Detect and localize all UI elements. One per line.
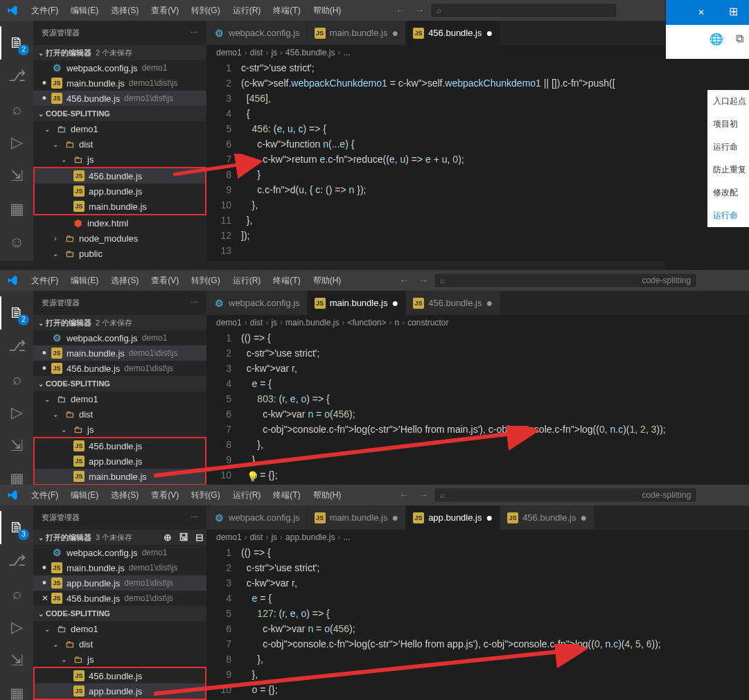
editor-tab[interactable]: ⚙webpack.config.js — [206, 291, 308, 315]
toc-item[interactable]: 运行命 — [707, 204, 749, 227]
open-editor-item[interactable]: •JS456.bundle.jsdemo1\dist\js — [33, 361, 206, 376]
editor-tab[interactable]: JS456.bundle.js● — [406, 291, 500, 315]
open-editor-item[interactable]: • JS 456.bundle.js demo1\dist\js — [33, 91, 206, 106]
new-file-icon[interactable]: ⊕ — [164, 532, 172, 543]
title-search[interactable]: ⌕code-splitting — [434, 273, 697, 288]
editor-tab[interactable]: JS456.bundle.js● — [406, 21, 500, 45]
menu-run[interactable]: 运行(R) — [227, 490, 267, 501]
menu-help[interactable]: 帮助(H) — [307, 5, 348, 17]
nav-forward-icon[interactable]: → — [415, 5, 425, 16]
file-row[interactable]: JSmain.bundle.js — [35, 469, 205, 484]
nav-forward-icon[interactable]: → — [418, 275, 428, 286]
breadcrumb[interactable]: demo1 › dist › js › main.bundle.js › <fu… — [206, 315, 749, 330]
folder-row[interactable]: ⌄🗀js — [33, 422, 206, 437]
open-editors-header[interactable]: ⌄ 打开的编辑器 2 个未保存 — [33, 45, 206, 60]
menu-edit[interactable]: 编辑(E) — [64, 275, 105, 287]
project-header[interactable]: ⌄CODE-SPLITTING — [33, 376, 206, 391]
folder-row[interactable]: ⌄🗀demo1 — [33, 621, 206, 636]
more-icon[interactable]: ⋯ — [191, 298, 198, 307]
menu-help[interactable]: 帮助(H) — [307, 490, 348, 501]
menu-terminal[interactable]: 终端(T) — [267, 490, 306, 501]
title-search[interactable]: ⌕ — [430, 3, 617, 18]
open-editor-item[interactable]: ⚙webpack.config.jsdemo1 — [33, 330, 206, 345]
open-editor-item[interactable]: •JSapp.bundle.jsdemo1\dist\js — [33, 575, 206, 591]
toc-item[interactable]: 运行命 — [707, 136, 749, 159]
remote-tab-icon[interactable]: ⇲ — [0, 159, 33, 192]
nav-back-icon[interactable]: ← — [399, 490, 409, 501]
debug-tab-icon[interactable]: ▷ — [0, 126, 33, 159]
menu-view[interactable]: 查看(V) — [145, 490, 185, 501]
browser-close-button[interactable]: ✕ — [685, 0, 717, 25]
menu-go[interactable]: 转到(G) — [185, 5, 226, 17]
more-icon[interactable]: ⋯ — [191, 28, 198, 37]
search-tab-icon[interactable]: ⌕ — [0, 93, 33, 126]
menu-terminal[interactable]: 终端(T) — [267, 5, 306, 17]
scm-tab-icon[interactable]: ⎇ — [0, 60, 33, 93]
editor-tab[interactable]: JS456.bundle.js● — [500, 505, 594, 530]
explorer-tab-icon[interactable]: 🗎2 — [0, 296, 33, 330]
code-content[interactable]: c-str">'use strict';(c-kw">self.webpackC… — [241, 60, 665, 258]
folder-row[interactable]: ⌄🗀dist — [33, 136, 206, 152]
editor-tab[interactable]: JSapp.bundle.js● — [406, 505, 500, 530]
menu-help[interactable]: 帮助(H) — [307, 275, 348, 287]
menu-file[interactable]: 文件(F) — [25, 5, 64, 17]
remote-tab-icon[interactable]: ⇲ — [0, 429, 33, 463]
toc-item[interactable]: 防止重复 — [707, 159, 749, 181]
file-row[interactable]: JSapp.bundle.js — [35, 183, 205, 199]
extensions-icon[interactable]: ⧉ — [736, 33, 743, 45]
menu-file[interactable]: 文件(F) — [25, 490, 64, 501]
folder-row[interactable]: ⌄🗀demo1 — [33, 121, 206, 136]
folder-row[interactable]: ⌄🗀demo1 — [33, 391, 206, 406]
scm-tab-icon[interactable]: ⎇ — [0, 544, 33, 577]
breadcrumb[interactable]: demo1 › dist › js › app.bundle.js › ... — [206, 530, 749, 545]
extensions-tab-icon[interactable]: ▦ — [0, 192, 33, 226]
file-row[interactable]: JSapp.bundle.js — [35, 454, 205, 469]
open-editor-item[interactable]: ⚙ webpack.config.js demo1 — [33, 60, 206, 75]
browser-newtab-button[interactable]: ⊞ — [717, 0, 749, 25]
menu-run[interactable]: 运行(R) — [227, 5, 267, 17]
menu-edit[interactable]: 编辑(E) — [64, 490, 105, 501]
folder-row[interactable]: ›🗀node_modules — [33, 231, 206, 246]
folder-row[interactable]: ⌄🗀dist — [33, 406, 206, 422]
code-area[interactable]: 12345678910111213 c-str">'use strict';(c… — [206, 60, 665, 258]
open-editors-header[interactable]: ⌄打开的编辑器2 个未保存 — [33, 315, 206, 330]
code-content[interactable]: (() => { c-str">'use strict'; c-kw">var … — [241, 330, 749, 483]
menu-run[interactable]: 运行(R) — [227, 275, 267, 287]
explorer-tab-icon[interactable]: 🗎3 — [0, 511, 33, 544]
open-editor-item[interactable]: •JSmain.bundle.jsdemo1\dist\js — [33, 560, 206, 575]
code-area[interactable]: 12345678910 (() => { c-str">'use strict'… — [206, 545, 749, 697]
open-editor-item[interactable]: •JSmain.bundle.jsdemo1\dist\js — [33, 345, 206, 361]
menu-go[interactable]: 转到(G) — [185, 490, 226, 501]
menu-edit[interactable]: 编辑(E) — [64, 5, 105, 17]
project-header[interactable]: ⌄CODE-SPLITTING — [33, 606, 206, 621]
scm-tab-icon[interactable]: ⎇ — [0, 330, 33, 363]
open-editors-header[interactable]: ⌄打开的编辑器3 个未保存 ⊕🖫⊟ — [33, 530, 206, 545]
file-row[interactable]: JSapp.bundle.js — [35, 683, 205, 699]
editor-tab[interactable]: ⚙webpack.config.js — [206, 505, 308, 530]
robot-tab-icon[interactable]: ☺ — [0, 226, 33, 259]
editor-tab[interactable]: JSmain.bundle.js● — [308, 505, 407, 530]
close-all-icon[interactable]: ⊟ — [195, 532, 204, 543]
translate-icon[interactable]: 🌐 — [710, 33, 723, 46]
title-search[interactable]: ⌕code-splitting — [434, 487, 697, 503]
code-content[interactable]: (() => { c-str">'use strict'; c-kw">var … — [241, 545, 749, 697]
lightbulb-icon[interactable]: 💡 — [247, 469, 258, 484]
menu-file[interactable]: 文件(F) — [25, 275, 64, 287]
main-menu[interactable]: 文件(F)编辑(E)选择(S)查看(V)转到(G)运行(R)终端(T)帮助(H) — [25, 275, 347, 287]
file-row[interactable]: JS456.bundle.js — [35, 668, 205, 683]
extensions-tab-icon[interactable]: ▦ — [0, 463, 33, 485]
file-row[interactable]: JSmain.bundle.js — [35, 199, 205, 214]
file-row[interactable]: ⬢index.html — [33, 215, 206, 231]
extensions-tab-icon[interactable]: ▦ — [0, 677, 33, 700]
save-all-icon[interactable]: 🖫 — [179, 532, 188, 543]
toc-item[interactable]: 入口起点 — [707, 90, 749, 113]
folder-row[interactable]: ⌄🗀js — [33, 152, 206, 167]
menu-view[interactable]: 查看(V) — [145, 275, 185, 287]
nav-back-icon[interactable]: ← — [399, 275, 409, 286]
file-row[interactable]: JS456.bundle.js — [35, 438, 205, 454]
editor-tab[interactable]: JSmain.bundle.js● — [308, 291, 407, 315]
folder-row[interactable]: ⌄🗀js — [33, 652, 206, 667]
main-menu[interactable]: 文件(F)编辑(E)选择(S)查看(V)转到(G)运行(R)终端(T)帮助(H) — [25, 490, 347, 501]
toc-item[interactable]: 修改配 — [707, 181, 749, 204]
remote-tab-icon[interactable]: ⇲ — [0, 644, 33, 677]
